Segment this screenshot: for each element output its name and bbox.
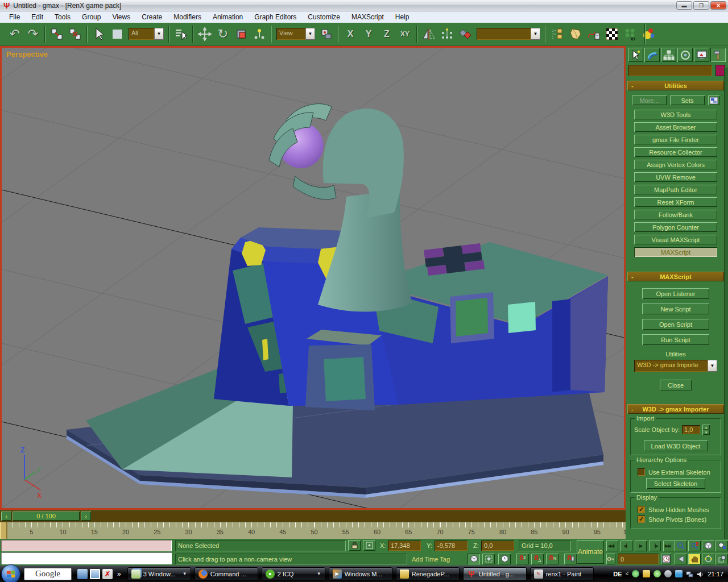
language-indicator[interactable]: DE [613, 571, 622, 577]
min-max-toggle-icon[interactable] [715, 554, 728, 564]
menu-tools[interactable]: Tools [49, 12, 76, 22]
tray-icq-icon[interactable] [653, 570, 661, 577]
utility-button-gmax-file-finder[interactable]: gmax File Finder [634, 135, 717, 144]
minimize-button[interactable]: ▬ [676, 1, 692, 10]
scale-value-field[interactable]: 1,0 [682, 425, 700, 434]
macro-recorder-box[interactable] [1, 540, 172, 551]
restrict-x-icon[interactable]: X [341, 25, 359, 43]
utility-button-w3d-tools[interactable]: W3D Tools [634, 110, 717, 119]
absolute-offset-toggle-icon[interactable] [363, 540, 375, 551]
time-slider-next-icon[interactable]: › [81, 512, 91, 521]
time-configuration-icon[interactable] [661, 554, 671, 564]
taskbar-button-renegadep-[interactable]: RenegadeP... [396, 567, 460, 581]
key-mode-icon[interactable] [606, 554, 615, 564]
quick-launch-overflow-chevron[interactable]: » [117, 570, 121, 578]
utility-button-maxscript[interactable]: MAXScript [634, 247, 717, 257]
previous-frame-icon[interactable]: ◀▏ [621, 541, 632, 551]
menu-group[interactable]: Group [76, 12, 106, 22]
tray-mail-icon[interactable] [643, 570, 650, 577]
track-view-icon[interactable] [548, 25, 566, 43]
new-script-button[interactable]: New Script [642, 304, 709, 314]
load-w3d-object-button[interactable]: Load W3D Object [644, 440, 708, 451]
collapse-icon[interactable]: - [631, 406, 634, 413]
arc-rotate-icon[interactable] [702, 554, 714, 564]
select-and-rotate-icon[interactable]: ↻ [214, 25, 232, 43]
taskbar-button-untitled-g-[interactable]: ΨUntitled - g... [463, 567, 527, 581]
collapse-icon[interactable]: - [631, 82, 634, 89]
track-bar-ruler[interactable]: 5101520253035404550556065707580859095100 [0, 522, 626, 539]
show-pivots-checkbox[interactable]: ✓ [638, 516, 645, 523]
z-coord-field[interactable]: 0,0 [481, 541, 514, 551]
current-frame-field[interactable]: 0 [618, 554, 659, 564]
taskbar-button-2-icq[interactable]: 2 ICQ▼ [262, 567, 325, 581]
sets-button[interactable]: Sets [670, 95, 705, 105]
select-by-name-icon[interactable] [172, 25, 190, 43]
array-icon[interactable] [438, 25, 456, 43]
display-tab[interactable] [694, 48, 709, 62]
more-button[interactable]: More... [632, 95, 667, 105]
dropdown-arrow-icon[interactable]: ▼ [531, 28, 540, 40]
close-utility-button[interactable]: Close [660, 380, 692, 390]
zoom-extents-all-icon[interactable] [715, 541, 728, 551]
restrict-xy-plane-icon[interactable]: XY [396, 25, 414, 43]
mini-listener-box[interactable] [1, 552, 172, 564]
select-and-scale-icon[interactable] [232, 25, 250, 43]
utility-button-follow-bank[interactable]: Follow/Bank [634, 210, 717, 219]
menu-views[interactable]: Views [106, 12, 136, 22]
select-skeleton-button[interactable]: Select Skeleton [646, 478, 705, 489]
tray-status-icon[interactable] [664, 570, 672, 577]
rectangular-selection-region-icon[interactable] [108, 25, 126, 43]
field-of-view-icon[interactable] [675, 554, 687, 564]
utilities-rollout-header[interactable]: - Utilities [627, 81, 724, 90]
time-slider-prev-icon[interactable]: ‹ [1, 512, 11, 521]
scale-spinner[interactable]: ▲▼ [702, 425, 710, 435]
utility-button-polygon-counter[interactable]: Polygon Counter [634, 222, 717, 232]
utility-button-reset-xform[interactable]: Reset XForm [634, 197, 717, 207]
menu-maxscript[interactable]: MAXScript [346, 12, 390, 22]
adaptive-degradation-icon[interactable] [468, 554, 480, 564]
material-editor-icon[interactable] [603, 25, 621, 43]
select-object-icon[interactable] [90, 25, 108, 43]
utilities-tab[interactable] [710, 48, 726, 62]
close-button[interactable]: ✕ [710, 1, 726, 10]
use-external-skeleton-checkbox[interactable] [638, 468, 645, 476]
importer-rollout-header[interactable]: - W3D -> gmax Importer [627, 404, 724, 414]
go-to-end-icon[interactable]: ▶▶▏ [663, 541, 675, 551]
maxscript-utility-dropdown[interactable]: W3D -> gmax Importe ▼ [634, 360, 717, 372]
x-coord-field[interactable]: 17,348 [388, 541, 421, 551]
align-icon[interactable] [456, 25, 474, 43]
utility-button-mappath-editor[interactable]: MapPath Editor [634, 185, 717, 194]
menu-customize[interactable]: Customize [302, 12, 346, 22]
dropdown-caret-icon[interactable]: ▼ [317, 571, 321, 576]
building-wing[interactable] [369, 242, 608, 405]
selection-lock-icon[interactable] [348, 540, 361, 551]
select-and-manipulate-icon[interactable] [250, 25, 268, 43]
motion-tab[interactable] [677, 48, 693, 62]
maxscript-rollout-header[interactable]: - MAXScript [627, 272, 724, 281]
open-script-button[interactable]: Open Script [642, 319, 709, 330]
restore-button[interactable]: ❐ [693, 1, 709, 10]
next-frame-icon[interactable]: ▕▶ [649, 541, 661, 551]
zoom-extents-icon[interactable] [702, 541, 714, 551]
taskbar-button-command-[interactable]: Command ... [195, 567, 258, 581]
utility-button-resource-collector[interactable]: Resource Collector [634, 147, 717, 157]
taskbar-button-windows-m-[interactable]: ▶Windows M... [329, 567, 392, 581]
track-bar-thumb[interactable] [0, 522, 7, 539]
angle-snap-icon[interactable] [531, 554, 544, 564]
restrict-z-icon[interactable]: Z [378, 25, 396, 43]
dashed-cube-icon[interactable] [482, 554, 495, 564]
zoom-icon[interactable] [675, 541, 687, 551]
run-script-button[interactable]: Run Script [642, 334, 709, 345]
snap-3d-icon[interactable]: 3 [516, 554, 529, 564]
configure-button-sets-icon[interactable] [708, 95, 719, 105]
open-listener-button[interactable]: Open Listener [642, 288, 709, 299]
zoom-all-icon[interactable] [688, 541, 701, 551]
quick-launch-app-icon[interactable]: ✗ [102, 569, 113, 579]
dropdown-arrow-icon[interactable]: ▼ [305, 28, 315, 40]
utility-button-visual-maxscript[interactable]: Visual MAXScript [634, 235, 717, 244]
add-time-tag[interactable]: Add Time Tag [412, 556, 450, 563]
selection-filter-dropdown[interactable]: All ▼ [129, 28, 164, 40]
pan-view-icon[interactable] [688, 554, 701, 564]
mirror-icon[interactable] [420, 25, 438, 43]
spinner-snap-icon[interactable] [564, 554, 577, 564]
